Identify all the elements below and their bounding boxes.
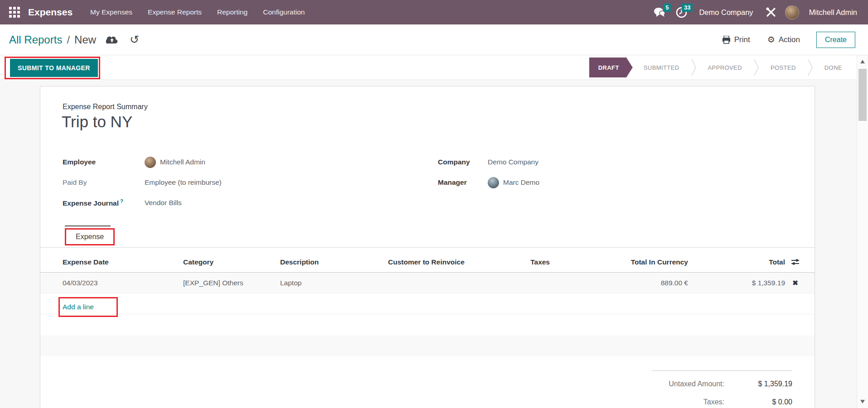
company-field[interactable]: Demo Company: [488, 158, 538, 166]
cell-expense-date[interactable]: 04/03/2023: [63, 279, 183, 287]
cell-total-in-currency[interactable]: 889.00 €: [550, 279, 688, 287]
scroll-up-arrow[interactable]: [860, 60, 865, 63]
form-view-background: Expense Report Summary Trip to NY Employ…: [0, 80, 868, 408]
manager-avatar: [488, 177, 499, 188]
col-total[interactable]: Total: [688, 258, 785, 266]
stage-submitted[interactable]: SUBMITTED: [633, 58, 690, 77]
control-panel: All Reports / New ↺ Print ⚙ Action Creat…: [0, 24, 868, 55]
top-navbar: Expenses My Expenses Expense Reports Rep…: [0, 0, 868, 24]
vertical-scrollbar[interactable]: [857, 55, 868, 408]
employee-label: Employee: [63, 158, 145, 166]
breadcrumb-parent[interactable]: All Reports: [9, 34, 62, 46]
col-taxes[interactable]: Taxes: [502, 258, 550, 266]
nav-item-reporting[interactable]: Reporting: [209, 0, 255, 24]
save-cloud-icon[interactable]: [106, 35, 118, 44]
paid-by-label: Paid By: [63, 178, 145, 187]
tab-top-border: [65, 226, 111, 226]
col-total-in-currency[interactable]: Total In Currency: [550, 258, 688, 266]
action-menu[interactable]: ⚙ Action: [767, 35, 800, 44]
untaxed-amount-row: Untaxed Amount: $ 1,359.19: [652, 376, 792, 392]
manager-field[interactable]: Marc Demo: [488, 177, 539, 188]
messages-icon[interactable]: 5: [652, 5, 667, 19]
form-sheet: Expense Report Summary Trip to NY Employ…: [40, 86, 815, 408]
add-line-row: [40, 293, 815, 314]
cell-category[interactable]: [EXP_GEN] Others: [183, 279, 280, 287]
gear-icon: ⚙: [767, 35, 775, 44]
table-header-row: Expense Date Category Description Custom…: [40, 252, 815, 273]
activities-clock-icon[interactable]: 33: [674, 5, 689, 19]
submit-to-manager-button[interactable]: SUBMIT TO MANAGER: [10, 59, 98, 77]
untaxed-amount-value: $ 1,359.19: [724, 380, 792, 388]
manager-value: Marc Demo: [503, 178, 539, 187]
delete-line-icon[interactable]: ✖: [792, 279, 798, 287]
col-customer-to-reinvoice[interactable]: Customer to Reinvoice: [388, 258, 502, 266]
stage-draft[interactable]: DRAFT: [589, 58, 633, 77]
expense-journal-field[interactable]: Vendor Bills: [145, 199, 182, 207]
printer-icon: [722, 36, 731, 44]
add-a-line-link[interactable]: Add a line: [63, 303, 94, 311]
messages-count-badge: 5: [663, 4, 671, 12]
paid-by-value: Employee (to reimburse): [145, 178, 222, 187]
user-menu[interactable]: Mitchell Admin: [805, 8, 861, 17]
add-line-annotation-box: Add a line: [58, 297, 118, 317]
cell-total[interactable]: $ 1,359.19: [688, 279, 785, 287]
nav-item-my-expenses[interactable]: My Expenses: [82, 0, 140, 24]
company-label: Company: [438, 158, 488, 166]
col-description[interactable]: Description: [280, 258, 388, 266]
submit-annotation-box: SUBMIT TO MANAGER: [5, 57, 100, 79]
stage-chevron-icon: [690, 58, 697, 77]
print-button[interactable]: Print: [722, 35, 750, 44]
help-question-icon[interactable]: ?: [120, 198, 123, 204]
stage-chevron-icon: [807, 58, 814, 77]
print-label: Print: [734, 35, 750, 44]
manager-label: Manager: [438, 178, 488, 187]
user-avatar[interactable]: [785, 5, 799, 19]
taxes-label: Taxes:: [652, 398, 724, 406]
nav-item-expense-reports[interactable]: Expense Reports: [140, 0, 209, 24]
col-expense-date[interactable]: Expense Date: [63, 258, 183, 266]
summary-field-label: Expense Report Summary: [63, 103, 148, 111]
stage-posted[interactable]: POSTED: [760, 58, 807, 77]
scrollbar-thumb[interactable]: [858, 69, 867, 121]
table-filler-stripe: [40, 336, 815, 356]
discard-undo-icon[interactable]: ↺: [130, 34, 139, 45]
paid-by-field[interactable]: Employee (to reimburse): [145, 178, 222, 187]
employee-value: Mitchell Admin: [160, 158, 205, 166]
stage-chevron-icon: [753, 58, 760, 77]
action-label: Action: [779, 35, 800, 44]
taxes-value: $ 0.00: [724, 398, 792, 406]
statusbar: SUBMIT TO MANAGER DRAFT SUBMITTED APPROV…: [0, 55, 868, 80]
employee-avatar: [145, 157, 156, 168]
expense-line-row[interactable]: 04/03/2023 [EXP_GEN] Others Laptop 889.0…: [40, 273, 815, 293]
company-switcher[interactable]: Demo Company: [695, 8, 756, 17]
company-value: Demo Company: [488, 158, 538, 166]
totals-divider: [652, 370, 792, 371]
stage-done[interactable]: DONE: [814, 58, 853, 77]
activities-count-badge: 33: [682, 4, 693, 12]
tab-expense[interactable]: Expense: [65, 228, 115, 245]
expense-journal-label: Expense Journal?: [63, 198, 145, 207]
taxes-total-row: Taxes: $ 0.00: [652, 394, 792, 408]
expense-journal-value: Vendor Bills: [145, 199, 182, 207]
nav-item-configuration[interactable]: Configuration: [255, 0, 312, 24]
app-name[interactable]: Expenses: [28, 7, 73, 18]
debug-tools-icon[interactable]: [763, 5, 779, 19]
create-button[interactable]: Create: [816, 32, 855, 48]
col-category[interactable]: Category: [183, 258, 280, 266]
tabbar-divider: [40, 247, 815, 248]
untaxed-amount-label: Untaxed Amount:: [652, 380, 724, 388]
stage-approved[interactable]: APPROVED: [697, 58, 753, 77]
employee-field[interactable]: Mitchell Admin: [145, 157, 205, 168]
apps-grid-icon[interactable]: [5, 3, 24, 21]
breadcrumb-separator: /: [67, 34, 70, 46]
optional-columns-icon[interactable]: [785, 259, 805, 265]
scroll-down-arrow[interactable]: [860, 400, 865, 403]
report-title[interactable]: Trip to NY: [62, 113, 132, 131]
breadcrumb-current: New: [74, 34, 96, 46]
cell-description[interactable]: Laptop: [280, 279, 388, 287]
status-pipeline: DRAFT SUBMITTED APPROVED POSTED DONE: [589, 58, 853, 77]
